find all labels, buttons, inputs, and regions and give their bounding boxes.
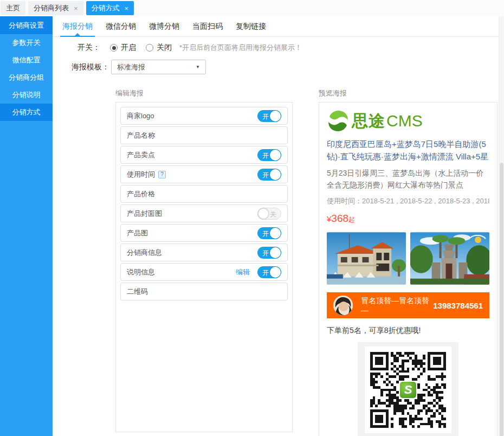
window-tab-label: 分销方式 (92, 3, 120, 13)
row-label: 产品卖点 (127, 150, 155, 160)
distributor-avatar (333, 296, 353, 315)
window-tab-label: 分销商列表 (34, 3, 69, 13)
poster-row-product-image: 产品图 开 (120, 224, 288, 242)
poster-row-merchant-logo: 商家logo 开 (120, 107, 288, 125)
content-tab-poster[interactable]: 海报分销 (62, 16, 93, 37)
sidebar-item-wechat-config[interactable]: 微信配置 (0, 52, 53, 69)
preview-poster-panel: 思途 CMS 印度尼西亚巴厘岛+蓝梦岛7日5晚半自助游(5钻)·直飞纯玩惠·蓝梦… (319, 102, 497, 436)
sidebar-item-distribution-explain[interactable]: 分销说明 (0, 86, 53, 104)
row-label: 说明信息 (127, 267, 155, 277)
row-label: 二维码 (127, 287, 148, 297)
row-label: 产品图 (127, 228, 148, 238)
window-tab-bar: 主页 分销商列表 × 分销方式 × (0, 0, 504, 16)
radio-enable[interactable]: 开启 (110, 43, 136, 53)
product-photos (327, 232, 489, 285)
poster-row-selling-points: 产品卖点 开 (120, 146, 288, 164)
window-tab-label: 主页 (6, 3, 20, 13)
toggle-knob (270, 228, 281, 239)
toggle-merchant-logo[interactable]: 开 (257, 110, 281, 122)
poster-template-select[interactable]: 标准海报 ▼ (111, 60, 206, 74)
switch-label: 开关： (53, 43, 100, 53)
main-content: 海报分销 微信分销 微博分销 当面扫码 复制链接 开关： 开启 关闭 *开启后前… (53, 16, 504, 436)
content-tab-bar: 海报分销 微信分销 微博分销 当面扫码 复制链接 (53, 16, 499, 37)
poster-row-qrcode: 二维码 (120, 283, 288, 300)
distributor-bar: 冒名顶替—冒名顶替— 13983784561 (327, 292, 489, 318)
poster-template-value: 标准海报 (117, 62, 145, 72)
close-icon[interactable]: × (125, 5, 129, 12)
sidebar-item-distributor-groups[interactable]: 分销商分组 (0, 69, 53, 86)
product-title: 印度尼西亚巴厘岛+蓝梦岛7日5晚半自助游(5钻)·直飞纯玩惠·蓝梦出海+激情漂流… (327, 138, 489, 163)
brand-logo-text-en: CMS (386, 112, 423, 130)
poster-row-description-info: 说明信息 编辑 开 (120, 263, 288, 281)
toggle-distributor-info[interactable]: 开 (257, 247, 281, 259)
poster-photo-temple (410, 232, 489, 285)
scrollbar (499, 16, 504, 436)
sidebar-item-parameter-switch[interactable]: 参数开关 (0, 34, 53, 52)
poster-photo-building (327, 232, 406, 285)
help-icon[interactable]: ? (158, 171, 166, 178)
sidebar-item-distribution-method[interactable]: 分销方式 (0, 104, 53, 121)
row-label: 商家logo (127, 111, 154, 121)
use-time-text: 使用时间：2018-5-21 , 2018-5-22 , 2018-5-23 ,… (327, 196, 489, 206)
poster-row-use-time: 使用时间 ? 开 (120, 165, 288, 183)
brand-logo: 思途 CMS (327, 109, 489, 133)
preview-poster-section-title: 预览海报 (319, 88, 347, 98)
radio-enable-label: 开启 (121, 43, 136, 53)
app-window: 主页 分销商列表 × 分销方式 × 分销商设置 参数开关 微信配置 分销商分组 … (0, 0, 504, 436)
product-price: ¥368起 (327, 213, 489, 225)
product-description: 5月23日引爆周三、蓝梦岛出海（水上活动一价全含无隐形消费）网红大瀑布等热门景点 (327, 167, 489, 191)
toggle-product-image[interactable]: 开 (257, 227, 281, 239)
toggle-cover-image[interactable]: 关 (257, 208, 281, 220)
toggle-use-time[interactable]: 开 (257, 169, 281, 181)
content-tab-wechat[interactable]: 微信分销 (106, 16, 136, 37)
toggle-knob (258, 208, 269, 219)
chevron-down-icon: ▼ (196, 65, 200, 69)
qr-code-block: S (358, 342, 458, 436)
price-suffix: 起 (348, 216, 355, 223)
window-tab-distribution-method[interactable]: 分销方式 × (86, 1, 134, 15)
edit-poster-section-title: 编辑海报 (115, 88, 144, 98)
brand-logo-text-cn: 思途 (352, 110, 385, 132)
toggle-selling-points[interactable]: 开 (257, 149, 281, 161)
radio-selected-icon (110, 44, 118, 52)
distributor-phone: 13983784561 (433, 301, 483, 310)
distributor-name: 冒名顶替—冒名顶替— (361, 296, 433, 315)
toggle-knob (270, 267, 281, 278)
toggle-knob (270, 169, 281, 180)
content-tab-weibo[interactable]: 微博分销 (149, 16, 179, 37)
row-label: 产品封面图 (127, 209, 162, 219)
poster-template-label: 海报模板： (53, 62, 109, 72)
switch-hint-text: *开启后前台页面将启用海报分销展示！ (179, 43, 302, 53)
toggle-knob (270, 111, 281, 121)
price-value: 368 (331, 213, 348, 224)
window-tab-distributor-list[interactable]: 分销商列表 × (28, 1, 83, 15)
poster-row-product-name: 产品名称 (120, 126, 288, 144)
scrollbar-thumb[interactable] (500, 163, 503, 436)
window-tab-home[interactable]: 主页 (1, 1, 25, 15)
toggle-knob (270, 247, 281, 258)
close-icon[interactable]: × (74, 5, 78, 12)
qr-code: S (365, 347, 451, 433)
row-label: 使用时间 (127, 170, 155, 179)
toggle-description-info[interactable]: 开 (257, 266, 281, 278)
radio-disable-label: 关闭 (157, 43, 172, 53)
row-label: 分销商信息 (127, 248, 162, 258)
edit-description-link[interactable]: 编辑 (236, 267, 250, 277)
content-tab-copy-link[interactable]: 复制链接 (236, 16, 266, 37)
toggle-knob (270, 150, 281, 161)
poster-row-cover-image: 产品封面图 关 (120, 204, 288, 222)
poster-row-product-price: 产品价格 (120, 185, 288, 203)
content-tab-face-scan[interactable]: 当面扫码 (192, 16, 223, 37)
brand-logo-icon (327, 110, 350, 132)
switch-row: 开关： 开启 关闭 *开启后前台页面将启用海报分销展示！ (53, 42, 302, 54)
row-label: 产品价格 (127, 189, 155, 199)
poster-row-distributor-info: 分销商信息 开 (120, 243, 288, 261)
radio-unselected-icon (146, 44, 153, 52)
promo-text: 下单前5名，可享8折优惠哦! (327, 326, 489, 336)
row-label: 产品名称 (127, 131, 155, 140)
poster-template-row: 海报模板： 标准海报 ▼ (53, 60, 206, 74)
edit-poster-panel: 商家logo 开 产品名称 产品卖点 开 使用时间 ? 开 产品价格 产品封面图… (115, 102, 293, 432)
radio-disable[interactable]: 关闭 (146, 43, 172, 53)
sidebar-header-distributor-settings[interactable]: 分销商设置 (0, 16, 53, 34)
sidebar: 分销商设置 参数开关 微信配置 分销商分组 分销说明 分销方式 (0, 16, 53, 436)
